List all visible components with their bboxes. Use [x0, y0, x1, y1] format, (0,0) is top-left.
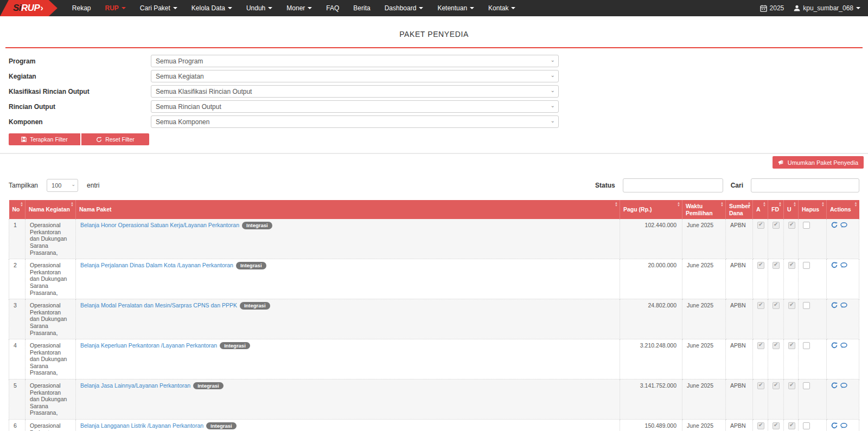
nav-item-kelola-data[interactable]: Kelola Data [184, 0, 239, 16]
nav-item-rup[interactable]: RUP [98, 0, 132, 16]
sort-icon[interactable]: ▲▼ [778, 202, 782, 207]
sort-icon[interactable]: ▲▼ [20, 202, 23, 207]
paket-cell: Belanja Modal Peralatan dan Mesin/Sarpra… [76, 299, 620, 339]
comment-action-icon[interactable] [840, 262, 847, 270]
nav-item-rekap[interactable]: Rekap [65, 0, 98, 16]
paket-link[interactable]: Belanja Modal Peralatan dan Mesin/Sarpra… [80, 302, 237, 308]
nav-item-unduh[interactable]: Unduh [239, 0, 279, 16]
hapus-checkbox[interactable] [803, 382, 810, 389]
table-row: 1Operasional Perkantoran dan Dukungan Sa… [9, 219, 859, 259]
sirup-logo[interactable]: SiRUP› [0, 0, 58, 16]
a-checkbox [757, 302, 764, 309]
nav-item-ketentuan[interactable]: Ketentuan [430, 0, 481, 16]
refresh-action-icon[interactable] [831, 262, 838, 270]
comment-action-icon[interactable] [840, 303, 847, 310]
row-number: 2 [9, 259, 25, 299]
hapus-checkbox[interactable] [803, 222, 810, 229]
hapus-checkbox[interactable] [803, 262, 810, 269]
column-header-nama-kegiatan[interactable]: Nama Kegiatan▲▼ [25, 200, 76, 219]
column-header-nama-paket[interactable]: Nama Paket▲▼ [76, 200, 620, 219]
comment-action-icon[interactable] [840, 383, 847, 390]
nav-item-label: Kelola Data [192, 4, 225, 12]
filter-label-komponen: Komponen [4, 118, 151, 126]
year-selector[interactable]: 2025 [760, 4, 784, 12]
column-header-no[interactable]: No▲▼ [9, 200, 25, 219]
refresh-action-icon[interactable] [831, 222, 838, 230]
column-header-sumber-dana[interactable]: Sumber Dana▲▼ [726, 200, 753, 219]
apply-filter-button[interactable]: Terapkan Filter [9, 133, 80, 145]
reset-filter-button[interactable]: Reset Filter [81, 133, 149, 145]
comment-action-icon[interactable] [840, 343, 847, 350]
column-header-label: A [756, 206, 761, 213]
column-header-u[interactable]: U▲▼ [784, 200, 799, 219]
announce-packages-button[interactable]: Umumkan Paket Penyedia [773, 156, 864, 169]
sort-icon[interactable]: ▲▼ [720, 202, 724, 207]
fd-checkbox [773, 382, 780, 389]
nav-item-label: FAQ [326, 4, 339, 12]
column-header-pagu-rp[interactable]: Pagu (Rp.)▲▼ [620, 200, 682, 219]
paket-link[interactable]: Belanja Langganan Listrik /Layanan Perka… [80, 422, 203, 429]
sort-icon[interactable]: ▲▼ [71, 202, 74, 207]
sort-icon[interactable]: ▲▼ [854, 202, 858, 207]
logo-arrow-icon: › [40, 3, 43, 13]
nav-item-moner[interactable]: Moner [279, 0, 319, 16]
chevron-down-icon [228, 7, 232, 9]
refresh-action-icon[interactable] [831, 302, 838, 310]
actions-cell [827, 259, 859, 299]
table-row: 5Operasional Perkantoran dan Dukungan Sa… [9, 379, 859, 420]
filter-select-program[interactable]: Semua Program [151, 55, 559, 67]
sort-icon[interactable]: ▲▼ [615, 202, 618, 207]
paket-link[interactable]: Belanja Jasa Lainnya/Layanan Perkantoran [80, 382, 190, 389]
filter-select-kegiatan[interactable]: Semua Kegiatan [151, 70, 559, 82]
nav-item-kontak[interactable]: Kontak [481, 0, 522, 16]
sort-icon[interactable]: ▲▼ [677, 202, 680, 207]
integrasi-badge: Integrasi [206, 422, 237, 429]
filter-select-rincian-output[interactable]: Semua Rincian Output [151, 100, 559, 113]
column-header-hapus[interactable]: Hapus▲▼ [799, 200, 827, 219]
waktu-pemilihan-cell: June 2025 [682, 259, 726, 299]
pagu-cell: 150.489.000 [620, 420, 682, 431]
waktu-pemilihan-cell: June 2025 [682, 339, 726, 379]
status-input[interactable] [623, 178, 723, 192]
nav-item-faq[interactable]: FAQ [319, 0, 346, 16]
nav-item-cari-paket[interactable]: Cari Paket [133, 0, 184, 16]
sort-icon[interactable]: ▲▼ [763, 202, 766, 207]
announce-packages-label: Umumkan Paket Penyedia [788, 159, 858, 166]
a-checkbox [757, 342, 764, 349]
column-header-a[interactable]: A▲▼ [753, 200, 768, 219]
paket-link[interactable]: Belanja Perjalanan Dinas Dalam Kota /Lay… [80, 262, 233, 268]
refresh-action-icon[interactable] [831, 382, 838, 390]
sort-icon[interactable]: ▲▼ [793, 202, 796, 207]
chevron-down-icon [308, 7, 312, 9]
nav-item-berita[interactable]: Berita [346, 0, 377, 16]
nav-item-label: Kontak [488, 4, 508, 12]
chevron-down-icon [173, 7, 177, 9]
nav-item-label: RUP [105, 4, 118, 12]
sort-icon[interactable]: ▲▼ [821, 202, 825, 207]
apply-filter-label: Terapkan Filter [30, 136, 67, 143]
sort-icon[interactable]: ▲▼ [748, 202, 751, 207]
user-icon [794, 5, 800, 11]
save-icon [21, 137, 27, 142]
filter-panel: ProgramSemua Program⌄KegiatanSemua Kegia… [0, 48, 868, 145]
filter-select-komponen[interactable]: Semua Komponen [151, 115, 559, 128]
column-header-waktu-pemilihan[interactable]: Waktu Pemilihan▲▼ [682, 200, 726, 219]
user-menu[interactable]: kpu_sumbar_068 [794, 4, 860, 12]
filter-select-klasifikasi-rincian-output[interactable]: Semua Klasifikasi Rincian Output [151, 85, 559, 98]
hapus-checkbox[interactable] [803, 342, 810, 349]
entries-select[interactable]: 100 [47, 179, 78, 192]
hapus-checkbox[interactable] [803, 302, 810, 309]
hapus-checkbox[interactable] [803, 422, 810, 429]
refresh-action-icon[interactable] [831, 342, 838, 350]
nav-item-dashboard[interactable]: Dashboard [378, 0, 431, 16]
search-input[interactable] [751, 178, 859, 192]
refresh-action-icon[interactable] [831, 422, 838, 430]
packages-table: No▲▼Nama Kegiatan▲▼Nama Paket▲▼Pagu (Rp.… [9, 200, 859, 431]
paket-link[interactable]: Belanja Keperluan Perkantoran /Layanan P… [80, 342, 217, 349]
paket-link[interactable]: Belanja Honor Operasional Satuan Kerja/L… [80, 222, 239, 228]
column-header-actions[interactable]: Actions▲▼ [827, 200, 859, 219]
nav-item-label: Dashboard [385, 4, 417, 12]
comment-action-icon[interactable] [840, 423, 847, 430]
comment-action-icon[interactable] [840, 222, 847, 230]
column-header-fd[interactable]: FD▲▼ [768, 200, 784, 219]
